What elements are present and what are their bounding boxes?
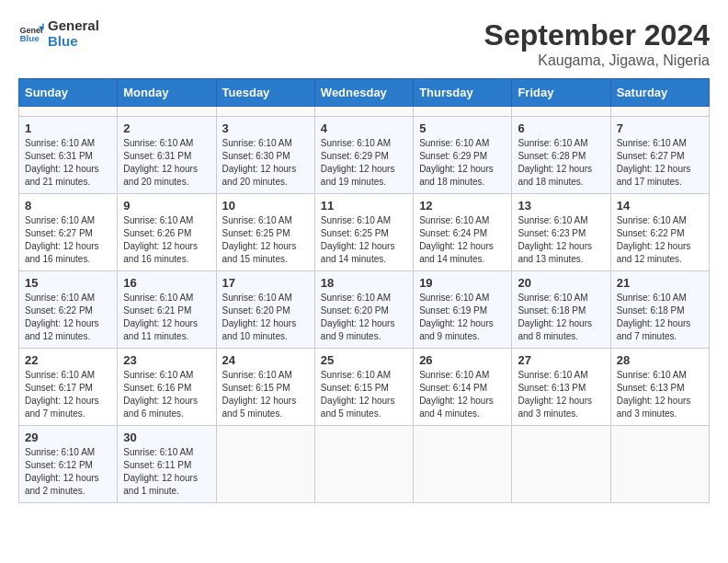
calendar-cell: 13Sunrise: 6:10 AMSunset: 6:23 PMDayligh…: [512, 194, 610, 271]
day-number: 26: [419, 353, 506, 367]
day-number: 20: [518, 276, 604, 290]
calendar-week-1: [19, 107, 710, 117]
day-info: Sunrise: 6:10 AMSunset: 6:22 PMDaylight:…: [617, 214, 703, 266]
day-info: Sunrise: 6:10 AMSunset: 6:16 PMDaylight:…: [123, 369, 210, 420]
day-info: Sunrise: 6:10 AMSunset: 6:20 PMDaylight:…: [222, 292, 309, 343]
calendar-cell: [512, 426, 610, 503]
day-number: 6: [518, 121, 604, 135]
day-info: Sunrise: 6:10 AMSunset: 6:19 PMDaylight:…: [419, 292, 506, 343]
day-info: Sunrise: 6:10 AMSunset: 6:12 PMDaylight:…: [25, 446, 111, 498]
calendar-cell: 24Sunrise: 6:10 AMSunset: 6:15 PMDayligh…: [216, 349, 314, 426]
day-info: Sunrise: 6:10 AMSunset: 6:13 PMDaylight:…: [617, 369, 703, 420]
calendar-cell: 12Sunrise: 6:10 AMSunset: 6:24 PMDayligh…: [414, 194, 512, 271]
day-info: Sunrise: 6:10 AMSunset: 6:28 PMDaylight:…: [518, 137, 604, 189]
calendar-cell: [610, 107, 709, 117]
day-info: Sunrise: 6:10 AMSunset: 6:17 PMDaylight:…: [25, 369, 111, 420]
calendar-cell: 29Sunrise: 6:10 AMSunset: 6:12 PMDayligh…: [19, 426, 118, 503]
day-info: Sunrise: 6:10 AMSunset: 6:29 PMDaylight:…: [419, 137, 506, 189]
calendar-cell: 16Sunrise: 6:10 AMSunset: 6:21 PMDayligh…: [118, 271, 216, 349]
day-number: 27: [518, 353, 604, 367]
logo-general: General: [48, 18, 99, 34]
day-info: Sunrise: 6:10 AMSunset: 6:27 PMDaylight:…: [617, 137, 703, 189]
column-header-wednesday: Wednesday: [314, 79, 413, 107]
day-number: 30: [123, 431, 210, 444]
logo-icon: General Blue: [18, 21, 44, 47]
calendar-cell: 7Sunrise: 6:10 AMSunset: 6:27 PMDaylight…: [610, 117, 709, 194]
calendar-table: SundayMondayTuesdayWednesdayThursdayFrid…: [18, 78, 710, 503]
day-number: 1: [25, 121, 111, 135]
calendar-cell: 28Sunrise: 6:10 AMSunset: 6:13 PMDayligh…: [610, 349, 709, 426]
column-header-tuesday: Tuesday: [216, 79, 314, 107]
day-number: 2: [123, 121, 210, 135]
calendar-cell: [19, 107, 118, 117]
calendar-cell: 27Sunrise: 6:10 AMSunset: 6:13 PMDayligh…: [512, 349, 610, 426]
day-number: 5: [419, 121, 506, 135]
day-number: 21: [617, 276, 703, 290]
calendar-cell: 17Sunrise: 6:10 AMSunset: 6:20 PMDayligh…: [216, 271, 314, 349]
day-info: Sunrise: 6:10 AMSunset: 6:31 PMDaylight:…: [25, 137, 111, 189]
day-info: Sunrise: 6:10 AMSunset: 6:20 PMDaylight:…: [321, 292, 407, 343]
page-header: General Blue General Blue September 2024…: [18, 18, 710, 69]
calendar-week-6: 29Sunrise: 6:10 AMSunset: 6:12 PMDayligh…: [19, 426, 710, 503]
day-number: 12: [419, 199, 506, 213]
day-number: 24: [222, 353, 309, 367]
calendar-cell: 30Sunrise: 6:10 AMSunset: 6:11 PMDayligh…: [118, 426, 216, 503]
calendar-cell: 15Sunrise: 6:10 AMSunset: 6:22 PMDayligh…: [19, 271, 118, 349]
calendar-cell: 9Sunrise: 6:10 AMSunset: 6:26 PMDaylight…: [118, 194, 216, 271]
day-number: 14: [617, 199, 703, 213]
calendar-week-5: 22Sunrise: 6:10 AMSunset: 6:17 PMDayligh…: [19, 349, 710, 426]
day-info: Sunrise: 6:10 AMSunset: 6:25 PMDaylight:…: [321, 214, 407, 266]
calendar-cell: 2Sunrise: 6:10 AMSunset: 6:31 PMDaylight…: [118, 117, 216, 194]
day-info: Sunrise: 6:10 AMSunset: 6:31 PMDaylight:…: [123, 137, 210, 189]
calendar-cell: 4Sunrise: 6:10 AMSunset: 6:29 PMDaylight…: [314, 117, 413, 194]
day-info: Sunrise: 6:10 AMSunset: 6:14 PMDaylight:…: [419, 369, 506, 420]
day-number: 23: [123, 353, 210, 367]
day-number: 3: [222, 121, 309, 135]
day-info: Sunrise: 6:10 AMSunset: 6:29 PMDaylight:…: [321, 137, 407, 189]
day-number: 13: [518, 199, 604, 213]
day-number: 9: [123, 199, 210, 213]
calendar-cell: 22Sunrise: 6:10 AMSunset: 6:17 PMDayligh…: [19, 349, 118, 426]
calendar-cell: [610, 426, 709, 503]
day-number: 15: [25, 276, 111, 290]
day-info: Sunrise: 6:10 AMSunset: 6:25 PMDaylight:…: [222, 214, 309, 266]
day-number: 18: [321, 276, 407, 290]
title-block: September 2024 Kaugama, Jigawa, Nigeria: [484, 18, 710, 69]
column-header-saturday: Saturday: [610, 79, 709, 107]
calendar-cell: 20Sunrise: 6:10 AMSunset: 6:18 PMDayligh…: [512, 271, 610, 349]
day-number: 25: [321, 353, 407, 367]
calendar-cell: [414, 107, 512, 117]
day-number: 19: [419, 276, 506, 290]
calendar-cell: 10Sunrise: 6:10 AMSunset: 6:25 PMDayligh…: [216, 194, 314, 271]
day-number: 4: [321, 121, 407, 135]
calendar-cell: [314, 107, 413, 117]
location: Kaugama, Jigawa, Nigeria: [484, 52, 710, 69]
day-number: 22: [25, 353, 111, 367]
calendar-week-4: 15Sunrise: 6:10 AMSunset: 6:22 PMDayligh…: [19, 271, 710, 349]
calendar-cell: [216, 107, 314, 117]
logo: General Blue General Blue: [18, 18, 99, 49]
calendar-cell: 11Sunrise: 6:10 AMSunset: 6:25 PMDayligh…: [314, 194, 413, 271]
calendar-cell: 21Sunrise: 6:10 AMSunset: 6:18 PMDayligh…: [610, 271, 709, 349]
calendar-week-3: 8Sunrise: 6:10 AMSunset: 6:27 PMDaylight…: [19, 194, 710, 271]
calendar-cell: 18Sunrise: 6:10 AMSunset: 6:20 PMDayligh…: [314, 271, 413, 349]
day-info: Sunrise: 6:10 AMSunset: 6:30 PMDaylight:…: [222, 137, 309, 189]
calendar-cell: 23Sunrise: 6:10 AMSunset: 6:16 PMDayligh…: [118, 349, 216, 426]
column-header-thursday: Thursday: [414, 79, 512, 107]
day-info: Sunrise: 6:10 AMSunset: 6:22 PMDaylight:…: [25, 292, 111, 343]
calendar-cell: 5Sunrise: 6:10 AMSunset: 6:29 PMDaylight…: [414, 117, 512, 194]
calendar-cell: 14Sunrise: 6:10 AMSunset: 6:22 PMDayligh…: [610, 194, 709, 271]
day-info: Sunrise: 6:10 AMSunset: 6:11 PMDaylight:…: [123, 446, 210, 498]
svg-text:Blue: Blue: [19, 33, 40, 43]
calendar-header-row: SundayMondayTuesdayWednesdayThursdayFrid…: [19, 79, 710, 107]
day-number: 8: [25, 199, 111, 213]
calendar-cell: 1Sunrise: 6:10 AMSunset: 6:31 PMDaylight…: [19, 117, 118, 194]
day-number: 17: [222, 276, 309, 290]
day-number: 16: [123, 276, 210, 290]
day-number: 7: [617, 121, 703, 135]
day-info: Sunrise: 6:10 AMSunset: 6:18 PMDaylight:…: [617, 292, 703, 343]
calendar-cell: 19Sunrise: 6:10 AMSunset: 6:19 PMDayligh…: [414, 271, 512, 349]
month-year: September 2024: [484, 18, 710, 52]
calendar-cell: 3Sunrise: 6:10 AMSunset: 6:30 PMDaylight…: [216, 117, 314, 194]
calendar-cell: 8Sunrise: 6:10 AMSunset: 6:27 PMDaylight…: [19, 194, 118, 271]
